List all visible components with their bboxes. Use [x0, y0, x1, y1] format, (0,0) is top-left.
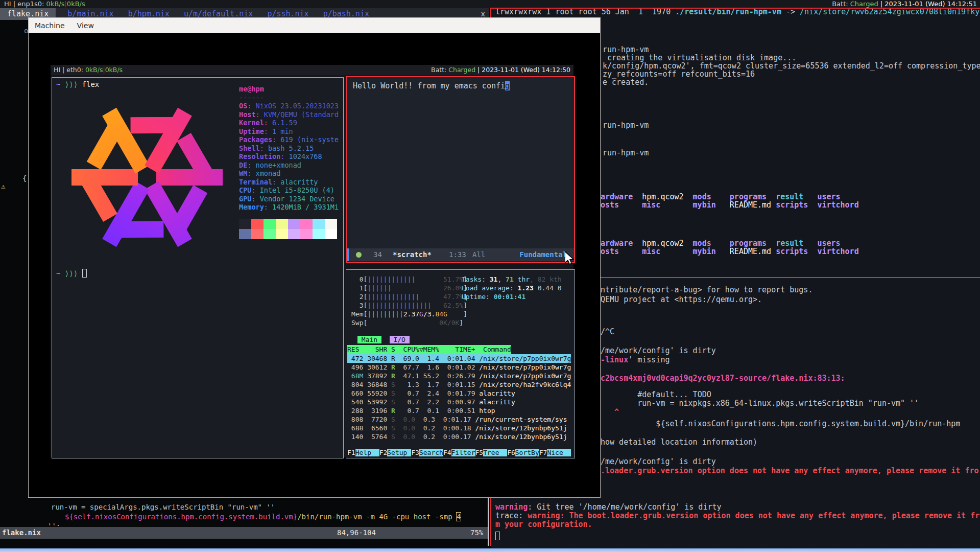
text-span: #default... TODO: [601, 390, 711, 399]
text-span: 1420MiB / 3931Mi: [272, 203, 339, 211]
ls-entry: misc: [642, 201, 692, 209]
text-span: [447, 310, 463, 318]
text-span: Tree: [483, 449, 507, 456]
terminal-line: .loader.grub.version option does not hav…: [601, 466, 979, 475]
terminal-color-palette: [239, 219, 337, 239]
text-span: ||||||||||: [367, 275, 407, 283]
text-span: Uptime:: [462, 293, 494, 301]
text-span: 84G: [435, 310, 447, 318]
text-span: e created.: [603, 78, 649, 87]
terminal-line: Mem[|||||||||2.37G/3.84G ]: [351, 310, 467, 318]
text-span: ^: [601, 407, 619, 417]
vm-htop-window[interactable]: 0[|||||||||||| 51.7%] 1[|||||| 26.0%] 2[…: [346, 269, 575, 458]
vm-framebuffer[interactable]: HI | eth0: 0kB/s|0kB/s Batt: Charged | 2…: [51, 65, 573, 457]
terminal-block: warning: Git tree '/home/me/work/config'…: [495, 503, 980, 529]
text-span: R: [391, 372, 395, 380]
text-span: [563, 449, 571, 456]
text-span: ,: [497, 275, 506, 283]
text-span: [415, 275, 443, 283]
text-span: ||: [384, 284, 392, 292]
text-span: Mem[: [351, 310, 367, 318]
text-span: Batt:: [431, 66, 448, 74]
palette-swatch: [300, 229, 313, 239]
ls-entry: osts: [601, 201, 642, 209]
terminal-line: Tasks: 31, 71 thr, 82 kth: [462, 275, 562, 284]
menu-item-view[interactable]: View: [71, 18, 100, 33]
menu-item-machine[interactable]: Machine: [29, 18, 71, 33]
text-span: Terminal: [239, 178, 272, 186]
text-span: ntribute/report-a-bug> for how to report…: [601, 285, 812, 294]
text-span: 1 min: [272, 127, 293, 135]
ls-entry: misc: [642, 247, 692, 256]
terminal-line: m your configuration.: [495, 520, 980, 529]
text-span: none+xmonad: [256, 161, 301, 169]
text-span: /nix/store/p7pp0ix0wr7g: [479, 372, 571, 380]
neofetch-output: me@hpm------OS: NixOS 23.05.20231023Host…: [239, 85, 339, 212]
qemu-window[interactable]: MachineView HI | eth0: 0kB/s|0kB/s Batt:…: [28, 17, 601, 498]
terminal-line: 496 30612 R 67.7 1.6 0:01.02 /nix/store/…: [347, 363, 571, 372]
text-span: S: [391, 424, 395, 432]
terminal-line: 288 3196 R 0.7 0.1 0:00.51 htop: [347, 406, 571, 415]
terminal-line: 472 30468 R 69.0 1.4 0:01.04 /nix/store/…: [347, 354, 571, 363]
text-span: , 82 kth: [530, 275, 562, 283]
text-span: 0.7 2.4 0:01.79: [395, 389, 479, 397]
terminal-line: run-vm = nixpkgs.x86_64-linux.pkgs.write…: [601, 399, 919, 408]
text-span: 1.3 1.7 0:01.15: [395, 381, 479, 388]
neofetch-line: DE: none+xmonad: [239, 161, 339, 170]
terminal-line: Main I/O: [357, 335, 410, 344]
text-span: eth0:: [66, 66, 85, 74]
text-span: 0.3 0:01.17: [415, 416, 475, 423]
text-span: 47.1 55.2 0:26.79: [395, 372, 479, 380]
text-span: 660 55920: [347, 389, 391, 397]
terminal-line: k/config/hpm.qcow2', fmt=qcow2 cluster_s…: [603, 62, 980, 70]
vm-terminal-neofetch[interactable]: ~ ⟩⟩⟩ flex m: [52, 77, 344, 458]
text-span: 1[: [351, 284, 367, 292]
ls-entry: virtchord: [817, 201, 863, 209]
modeline-status-dot: [356, 252, 362, 258]
text-span: flex: [82, 80, 100, 88]
text-span: S: [391, 398, 395, 406]
text-span: [391, 284, 443, 292]
terminal-line: 68M 37892 R 47.1 55.2 0:26.79 /nix/store…: [347, 372, 571, 380]
text-span: 1024x768: [289, 152, 322, 160]
text-span: run-vm = nixpkgs.x86_64-linux.pkgs.write…: [601, 399, 919, 408]
terminal-line: run-hpm-vm: [603, 121, 649, 130]
terminal-line: e created.: [603, 78, 980, 86]
text-span: 0.0: [403, 424, 415, 432]
palette-swatch: [239, 219, 251, 229]
terminal-line: 688 6560 S 0.0 0.2 0:00.18 /nix/store/12…: [347, 424, 571, 432]
modeline-line-count: 34: [373, 248, 382, 261]
neofetch-line: CPU: Intel i5-8250U (4): [239, 186, 339, 195]
ls-entry: programs: [730, 239, 776, 247]
terminal-block: Main I/O: [357, 335, 410, 344]
text-span: /me/work/config' is dirty: [601, 457, 716, 466]
text-span: Nice: [547, 449, 563, 456]
terminal-line: run-hpm-vm: [603, 45, 980, 54]
text-span: m your configuration.: [495, 520, 592, 529]
terminal-line: F1Help F2Setup F3SearchF4FilterF5Tree F6…: [347, 448, 571, 457]
text-span: /^C: [601, 327, 614, 336]
terminal-line: warning: Git tree '/home/me/work/config'…: [495, 503, 980, 512]
text-span: how detailed location information): [601, 438, 757, 447]
text-span: : Git tree '/home/me/work/config' is dir…: [528, 502, 721, 512]
text-span: warning: The boot.loader.grub.version op…: [528, 511, 980, 520]
text-span: Search: [419, 449, 443, 456]
text-span: me@hpm: [239, 85, 264, 93]
terminal-line: creating the virtualisation disk image..…: [603, 54, 980, 62]
qemu-menu-bar[interactable]: MachineView: [29, 18, 600, 33]
palette-swatch: [264, 219, 276, 229]
text-span: /3.: [423, 310, 435, 318]
text-span: S: [391, 381, 395, 388]
terminal-block: run-hpm-vm: [603, 121, 649, 130]
text-span: 0kB/s: [85, 66, 103, 74]
ls-entry: users: [817, 193, 863, 201]
terminal-line: c2bcsm4xmj0vd0capi9q2yc0yzl87-source/fla…: [601, 374, 845, 383]
ls-entry: virtchord: [817, 247, 863, 256]
text-span: 47.7%: [443, 293, 463, 301]
neofetch-line: Kernel: 6.1.59: [239, 119, 339, 127]
vm-emacs-window[interactable]: Hello World!! from my emacs config 34 *s…: [346, 76, 575, 263]
text-span: ' missing: [628, 355, 670, 364]
palette-row: [239, 219, 337, 229]
neofetch-line: Memory: 1420MiB / 3931Mi: [239, 203, 339, 212]
text-span: 68M: [351, 372, 363, 380]
